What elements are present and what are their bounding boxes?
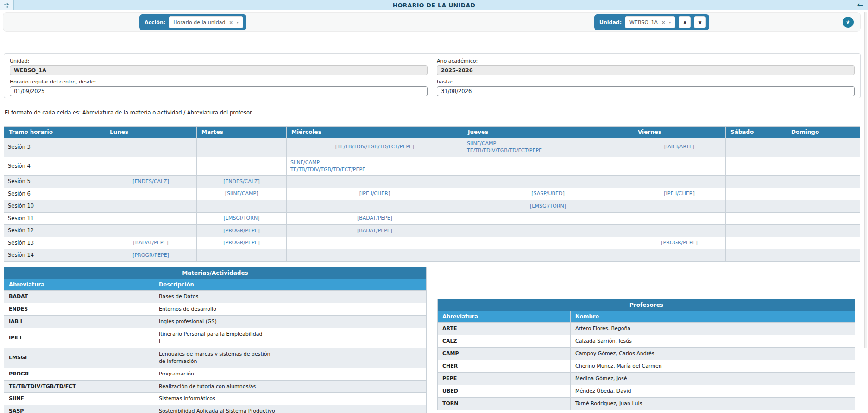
favorite-button[interactable]: ★ bbox=[843, 17, 854, 28]
schedule-cell bbox=[287, 237, 463, 249]
schedule-cell bbox=[786, 157, 860, 176]
schedule-entry[interactable]: [PROGR/PEPE] bbox=[201, 228, 283, 235]
schedule-entry[interactable]: [ENDES/CALZ] bbox=[109, 178, 193, 185]
value-cell: Itinerario Personal para la Empleabilida… bbox=[154, 328, 427, 348]
schedule-entry[interactable]: [BADAT/PEPE] bbox=[290, 228, 459, 235]
schedule-cell bbox=[726, 249, 786, 262]
schedule-entry[interactable]: [PROGR/PEPE] bbox=[637, 240, 722, 247]
abbreviation-cell: LMSGI bbox=[4, 348, 154, 368]
profesores-row: CALZCalzada Sarrión, Jesús bbox=[438, 335, 855, 347]
schedule-entry[interactable]: [BADAT/PEPE] bbox=[109, 240, 193, 247]
star-icon: ★ bbox=[846, 19, 851, 25]
session-label: Sesión 10 bbox=[4, 200, 105, 213]
abbreviation-cell: CAMP bbox=[438, 347, 571, 360]
clear-icon[interactable]: × bbox=[661, 20, 665, 25]
scrollbar[interactable] bbox=[864, 12, 867, 348]
materias-row: PROGRProgramación bbox=[4, 368, 427, 380]
desde-field-label: Horario regular del centro, desde: bbox=[10, 79, 428, 85]
accion-select[interactable]: Horario de la unidad × ▾ bbox=[169, 16, 243, 28]
abbreviation-cell: SASP bbox=[4, 405, 154, 413]
value-cell: Entornos de desarrollo bbox=[154, 303, 427, 315]
value-cell: Campoy Gómez, Carlos Andrés bbox=[571, 347, 855, 360]
abbreviation-cell: ENDES bbox=[4, 303, 154, 315]
schedule-entry[interactable]: [PROGR/PEPE] bbox=[109, 252, 193, 259]
schedule-entry[interactable]: TE/TB/TDIV/TGB/TD/FCT/PEPE bbox=[290, 166, 459, 173]
back-arrow-icon[interactable]: ← bbox=[857, 0, 863, 10]
schedule-entry[interactable]: [BADAT/PEPE] bbox=[290, 215, 459, 222]
schedule-cell bbox=[633, 212, 726, 225]
anio-field-label: Año académico: bbox=[437, 58, 855, 64]
timetable-row: Sesión 12[PROGR/PEPE][BADAT/PEPE] bbox=[4, 225, 860, 237]
page-title: HORARIO DE LA UNIDAD bbox=[0, 2, 868, 9]
schedule-cell bbox=[726, 176, 786, 188]
profesores-title: Profesores bbox=[438, 299, 855, 311]
schedule-entry[interactable]: [IPE I/CHER] bbox=[290, 191, 459, 197]
schedule-cell bbox=[726, 188, 786, 200]
schedule-cell bbox=[197, 249, 287, 262]
profesores-row: UBEDMéndez Úbeda, David bbox=[438, 385, 855, 397]
session-label: Sesión 4 bbox=[4, 157, 105, 176]
clear-icon[interactable]: × bbox=[229, 20, 233, 25]
schedule-cell bbox=[105, 157, 197, 176]
schedule-entry[interactable]: [IAB I/ARTE] bbox=[637, 144, 722, 151]
schedule-cell: [IAB I/ARTE] bbox=[633, 138, 726, 157]
timetable-row: Sesión 6[SIINF/CAMP][IPE I/CHER][SASP/UB… bbox=[4, 188, 860, 200]
timetable-row: Sesión 4SIINF/CAMPTE/TB/TDIV/TGB/TD/FCT/… bbox=[4, 157, 860, 176]
unidad-select[interactable]: WEBSO_1A × ▾ bbox=[625, 16, 675, 28]
schedule-entry[interactable]: [SASP/UBED] bbox=[467, 191, 629, 197]
value-cell: Artero Flores, Begoña bbox=[571, 323, 855, 335]
session-label: Sesión 13 bbox=[4, 237, 105, 249]
timetable-column-header: Lunes bbox=[105, 127, 197, 138]
schedule-entry[interactable]: [IPE I/CHER] bbox=[637, 191, 722, 197]
schedule-cell bbox=[786, 200, 860, 213]
schedule-cell: [IPE I/CHER] bbox=[633, 188, 726, 200]
timetable-column-header: Viernes bbox=[633, 127, 726, 138]
schedule-entry[interactable]: SIINF/CAMP bbox=[467, 140, 629, 147]
desde-input[interactable] bbox=[10, 86, 428, 96]
materias-row: TE/TB/TDIV/TGB/TD/FCTRealización de tuto… bbox=[4, 380, 427, 393]
schedule-entry[interactable]: [SIINF/CAMP] bbox=[201, 191, 283, 197]
schedule-cell bbox=[633, 176, 726, 188]
schedule-cell: SIINF/CAMPTE/TB/TDIV/TGB/TD/FCT/PEPE bbox=[463, 138, 633, 157]
unidad-input bbox=[10, 65, 428, 75]
materias-row: BADATBases de Datos bbox=[4, 291, 427, 303]
unidad-selected-value: WEBSO_1A bbox=[629, 19, 658, 25]
schedule-entry[interactable]: [ENDES/CALZ] bbox=[201, 178, 283, 185]
unidad-field-label: Unidad: bbox=[10, 58, 428, 64]
schedule-cell: [SASP/UBED] bbox=[463, 188, 633, 200]
schedule-entry[interactable]: [LMSGI/TORN] bbox=[201, 215, 283, 222]
schedule-entry[interactable]: [LMSGI/TORN] bbox=[467, 203, 629, 210]
schedule-cell bbox=[463, 225, 633, 237]
timetable-row: Sesión 5[ENDES/CALZ][ENDES/CALZ] bbox=[4, 176, 860, 188]
schedule-cell: [IPE I/CHER] bbox=[287, 188, 463, 200]
schedule-cell: [PROGR/PEPE] bbox=[633, 237, 726, 249]
hasta-input[interactable] bbox=[437, 86, 855, 96]
materias-table: Materias/Actividades Abreviatura Descrip… bbox=[4, 267, 427, 413]
schedule-entry[interactable]: TE/TB/TDIV/TGB/TD/FCT/PEPE bbox=[467, 147, 629, 154]
schedule-cell bbox=[786, 188, 860, 200]
timetable-row: Sesión 11[LMSGI/TORN][BADAT/PEPE] bbox=[4, 212, 860, 225]
abbreviation-cell: ARTE bbox=[438, 323, 571, 335]
schedule-cell bbox=[197, 157, 287, 176]
profesores-table: Profesores Abreviatura Nombre ARTEArtero… bbox=[437, 299, 855, 410]
schedule-cell: [ENDES/CALZ] bbox=[105, 176, 197, 188]
chevron-down-icon: ▾ bbox=[669, 20, 671, 25]
materias-row: SIINFSistemas informáticos bbox=[4, 393, 427, 405]
materias-row: IAB IInglés profesional (GS) bbox=[4, 315, 427, 328]
schedule-cell bbox=[726, 225, 786, 237]
toolbar: Acción: Horario de la unidad × ▾ Unidad:… bbox=[3, 12, 861, 32]
next-unit-button[interactable]: ∨ bbox=[694, 16, 706, 28]
hasta-field: hasta: bbox=[437, 79, 855, 96]
schedule-cell bbox=[287, 200, 463, 213]
abbreviation-cell: SIINF bbox=[4, 393, 154, 405]
schedule-entry[interactable]: [PROGR/PEPE] bbox=[201, 240, 283, 247]
timetable-column-header: Jueves bbox=[463, 127, 633, 138]
value-cell: Méndez Úbeda, David bbox=[571, 385, 855, 397]
schedule-entry[interactable]: [TE/TB/TDIV/TGB/TD/FCT/PEPE] bbox=[290, 144, 459, 151]
previous-unit-button[interactable]: ∧ bbox=[679, 16, 691, 28]
schedule-entry[interactable]: SIINF/CAMP bbox=[290, 159, 459, 166]
schedule-cell: [TE/TB/TDIV/TGB/TD/FCT/PEPE] bbox=[287, 138, 463, 157]
abbreviation-cell: TE/TB/TDIV/TGB/TD/FCT bbox=[4, 380, 154, 393]
abbreviation-cell: CHER bbox=[438, 360, 571, 372]
profesores-row: CHERCherino Muñoz, María del Carmen bbox=[438, 360, 855, 372]
